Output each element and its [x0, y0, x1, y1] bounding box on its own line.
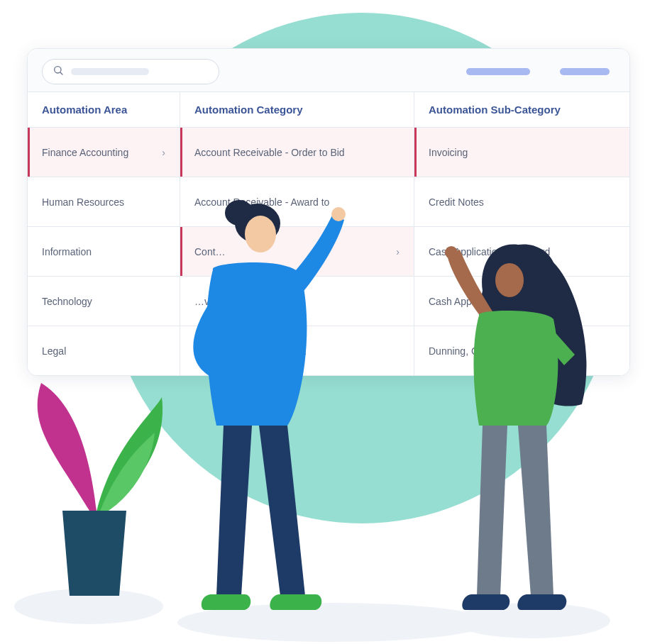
area-row-legal[interactable]: Legal — [28, 326, 180, 375]
area-row-technology[interactable]: Technology — [28, 276, 180, 326]
person-blue-illustration — [174, 199, 358, 624]
cell-label: Information — [42, 246, 92, 257]
area-row-information[interactable]: Information — [28, 226, 180, 276]
cell-label: Finance Accounting — [42, 147, 128, 158]
column-header-category: Automation Category — [180, 91, 414, 127]
svg-line-1 — [60, 72, 62, 74]
cell-label: Legal — [42, 345, 66, 357]
sub-row-credit-notes[interactable]: Credit Notes — [414, 177, 629, 226]
area-row-finance-accounting[interactable]: Finance Accounting › — [28, 127, 180, 177]
column-header-area: Automation Area — [28, 91, 180, 127]
cell-label: Invoicing — [429, 147, 468, 158]
cell-label: Account Receivable - Order to Bid — [194, 147, 345, 158]
chevron-right-icon: › — [396, 246, 400, 257]
sub-row-invoicing[interactable]: Invoicing — [414, 127, 629, 177]
category-row-order-to-bid[interactable]: Account Receivable - Order to Bid — [180, 127, 414, 177]
svg-point-6 — [445, 246, 458, 259]
svg-point-4 — [331, 207, 346, 221]
svg-point-5 — [495, 263, 524, 297]
nav-link-skeleton-2[interactable] — [560, 68, 610, 75]
search-input[interactable] — [42, 59, 219, 84]
cell-label: Technology — [42, 296, 92, 307]
person-green-illustration — [412, 241, 610, 631]
chevron-right-icon: › — [162, 147, 165, 158]
column-header-subcategory: Automation Sub-Category — [414, 91, 629, 127]
nav-link-skeleton-1[interactable] — [466, 68, 530, 75]
search-placeholder-skeleton — [71, 68, 149, 75]
topbar — [28, 49, 629, 91]
cell-label: Human Resources — [42, 196, 124, 208]
area-row-human-resources[interactable]: Human Resources — [28, 177, 180, 226]
cell-label: Credit Notes — [429, 196, 484, 208]
plant-illustration — [13, 369, 176, 603]
search-icon — [53, 65, 64, 79]
